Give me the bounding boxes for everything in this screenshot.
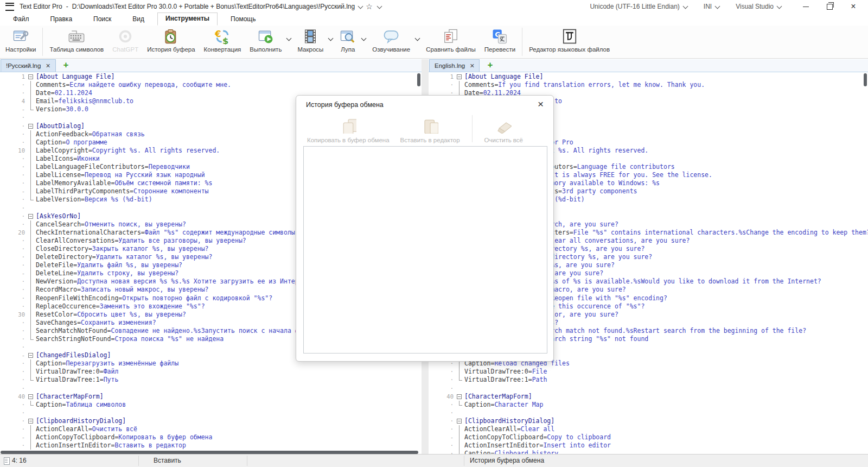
toolbar-button-settings[interactable]: Настройки: [1, 26, 40, 58]
toolbar-dropdown-chevron-icon[interactable]: [414, 26, 422, 58]
toolbar-dropdown-chevron-icon[interactable]: [328, 26, 335, 58]
editor-line[interactable]: ·: [429, 409, 868, 417]
editor-line[interactable]: ·ActionInsertInEditor=Insert into editor: [429, 441, 868, 450]
right-vertical-scrollbar[interactable]: [864, 73, 867, 86]
editor-line[interactable]: ·Caption=Character Map: [429, 401, 868, 409]
editor-line[interactable]: ·VirtualDrawTree:0=Файл: [0, 368, 422, 376]
app-title: Text Editor Pro: [20, 3, 62, 10]
menu-active-item[interactable]: Инструменты: [157, 12, 218, 26]
fold-collapse-icon[interactable]: [28, 214, 33, 219]
editor-line[interactable]: -ActionCopyToClipboard=Copy to clipboard: [429, 433, 868, 441]
toolbar-button-convert[interactable]: €$Конвертация: [200, 26, 246, 58]
toolbar-button-chatgpt[interactable]: ChatGPT: [108, 26, 143, 58]
editor-line[interactable]: ·Caption=Таблица символов: [0, 401, 422, 409]
toolbar-button-clipboard-history[interactable]: История буфера: [143, 26, 199, 58]
toolbar-button-compare-files[interactable]: Сравнить файлы: [422, 26, 480, 58]
fold-collapse-icon[interactable]: [457, 419, 462, 424]
editor-line[interactable]: 1[About Language File]: [0, 73, 422, 81]
fold-guide: [30, 138, 31, 147]
editor-line[interactable]: ·VirtualDrawTree:0=File: [429, 368, 868, 376]
dialog-button-insert-in-editor[interactable]: Вставить в редактор: [395, 113, 465, 144]
line-number: ·: [0, 376, 25, 384]
new-tab-button[interactable]: +: [487, 60, 493, 72]
insert-mode[interactable]: Вставить: [154, 457, 181, 464]
menu-item[interactable]: Правка: [42, 13, 81, 26]
fold-collapse-icon[interactable]: [28, 394, 33, 399]
filetype-select[interactable]: INI: [704, 3, 722, 10]
toolbar-button-macros[interactable]: Макросы: [293, 26, 328, 58]
editor-line[interactable]: ·: [0, 409, 422, 417]
favorites-chevron-icon[interactable]: [376, 3, 382, 9]
editor-line[interactable]: ·ActionInsertInEditor=Вставить в редакто…: [0, 441, 422, 450]
tab-close-icon[interactable]: ×: [470, 63, 474, 68]
tab-russian-lng[interactable]: !Русский.lng ×: [1, 59, 56, 72]
menu-item[interactable]: Помощь: [222, 13, 264, 26]
new-tab-button[interactable]: +: [63, 60, 69, 72]
toolbar-button-speech[interactable]: Озвучивание: [368, 26, 414, 58]
editor-line[interactable]: ·Comments=Если найдете ошибку перевода, …: [0, 81, 422, 89]
menu-item[interactable]: Вид: [124, 13, 152, 26]
fold-guide: [30, 425, 31, 433]
line-number: ·: [0, 179, 25, 187]
editor-line[interactable]: 1[About Language File]: [429, 73, 868, 81]
tab-label: English.lng: [435, 62, 465, 69]
fold-collapse-icon[interactable]: [457, 74, 462, 79]
line-number: ·: [0, 220, 25, 229]
toolbar-button-magnifier[interactable]: Лупа: [335, 26, 361, 58]
fold-collapse-icon[interactable]: [28, 353, 33, 358]
hamburger-menu-icon[interactable]: [5, 3, 14, 11]
statusbar-divider: [247, 456, 247, 466]
fold-collapse-icon[interactable]: [28, 419, 33, 424]
tab-english-lng[interactable]: English.lng ×: [429, 59, 480, 72]
fold-collapse-icon[interactable]: [28, 74, 33, 79]
line-number: ·: [0, 163, 25, 171]
clipboard-history-list[interactable]: [303, 146, 547, 354]
dialog-close-icon[interactable]: ×: [534, 97, 547, 111]
tab-close-icon[interactable]: ×: [46, 63, 50, 68]
dialog-button-clear-all[interactable]: Очистить всё: [479, 113, 528, 144]
theme-select[interactable]: Visual Studio: [736, 3, 783, 10]
dialog-toolbar: Копировать в буфер обменаВставить в реда…: [302, 113, 548, 144]
fold-collapse-icon[interactable]: [457, 394, 462, 399]
line-number: ·: [0, 294, 25, 302]
encoding-select[interactable]: Unicode (UTF-16 Little Endian): [590, 3, 689, 10]
line-number: 1: [429, 73, 454, 81]
line-number: ·: [0, 245, 25, 253]
menu-item[interactable]: Файл: [5, 13, 37, 26]
toolbar-dropdown-chevron-icon[interactable]: [286, 26, 293, 58]
editor-line[interactable]: ·: [0, 384, 422, 393]
minimize-button[interactable]: [797, 1, 814, 12]
editor-line[interactable]: ·VirtualDrawTree:1=Path: [429, 376, 868, 384]
toolbar-button-translate[interactable]: GПеревести: [480, 26, 520, 58]
editor-line[interactable]: ·[ClipboardHistoryDialog]: [0, 417, 422, 425]
editor-line[interactable]: ·[ClipboardHistoryDialog]: [429, 417, 868, 425]
fold-collapse-icon[interactable]: [28, 124, 33, 129]
editor-line[interactable]: -ActionCopyToClipboard=Копировать в буфе…: [0, 433, 422, 441]
editor-line[interactable]: ·ActionClearAll=Clear all: [429, 425, 868, 433]
toolbar-button-character-map[interactable]: Таблица символов: [45, 26, 108, 58]
line-number: ·: [429, 425, 454, 433]
editor-line[interactable]: 40[CharacterMapForm]: [429, 393, 868, 401]
insert-in-editor-icon: [422, 117, 438, 134]
maximize-button[interactable]: [821, 1, 838, 12]
editor-line[interactable]: ·VirtualDrawTree:1=Путь: [0, 376, 422, 384]
left-vertical-scrollbar[interactable]: [417, 73, 420, 86]
line-number: ·: [0, 343, 25, 351]
favorite-star-icon[interactable]: ☆: [366, 2, 373, 11]
recent-files-chevron-icon[interactable]: [358, 3, 363, 9]
editor-line[interactable]: ·ActionClearAll=Очистить всё: [0, 425, 422, 433]
fold-guide: [459, 441, 459, 450]
editor-line[interactable]: ·: [429, 384, 868, 393]
line-number: ·: [429, 417, 454, 425]
editor-line[interactable]: ·Comments=If you find translation errors…: [429, 81, 868, 89]
toolbar-button-run[interactable]: Выполнить: [245, 26, 286, 58]
menu-item[interactable]: Поиск: [85, 13, 119, 26]
dialog-button-label: Копировать в буфер обмена: [307, 137, 390, 143]
editor-line[interactable]: 40[CharacterMapForm]: [0, 393, 422, 401]
toolbar-button-language-file-editor[interactable]: Редактор языковых файлов: [525, 26, 614, 58]
toolbar-dropdown-chevron-icon[interactable]: [361, 26, 368, 58]
close-button[interactable]: ×: [845, 1, 861, 12]
fold-guide: [30, 441, 31, 450]
line-number: ·: [0, 212, 25, 220]
dialog-button-copy-to-clipboard[interactable]: Копировать в буфер обмена: [302, 113, 395, 144]
